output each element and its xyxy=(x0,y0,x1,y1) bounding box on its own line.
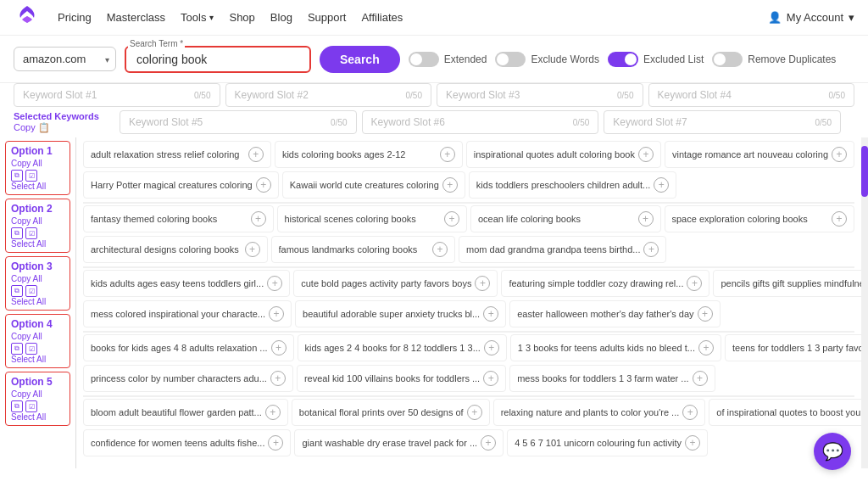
option-1-select-all[interactable]: Select All xyxy=(11,182,46,191)
result-item[interactable]: inspirational quotes adult coloring book… xyxy=(466,141,661,168)
result-item[interactable]: confidence for women teens adults fishe.… xyxy=(83,429,291,456)
add-icon[interactable]: + xyxy=(270,371,286,386)
result-item[interactable]: mess books for toddlers 1 3 farm water .… xyxy=(509,365,715,392)
result-item[interactable]: vintage romance art nouveau coloring+ xyxy=(665,141,854,168)
option-5[interactable]: Option 5 Copy All ⧉ ☑ Select All xyxy=(5,372,70,426)
option-1-copy-all[interactable]: Copy All xyxy=(11,159,42,168)
add-icon[interactable]: + xyxy=(271,340,287,355)
option-5-copy-icon[interactable]: ⧉ xyxy=(11,400,23,412)
option-2-select-icon[interactable]: ☑ xyxy=(25,227,37,239)
copy-button[interactable]: Copy 📋 xyxy=(14,122,50,133)
add-icon[interactable]: + xyxy=(481,435,496,451)
option-4-select-all[interactable]: Select All xyxy=(11,355,46,364)
option-1[interactable]: Option 1 Copy All ⧉ ☑ Select All xyxy=(5,141,70,195)
result-item[interactable]: ocean life coloring books+ xyxy=(470,205,661,232)
add-icon[interactable]: + xyxy=(432,242,448,257)
nav-affiliates[interactable]: Affiliates xyxy=(361,11,403,24)
nav-shop[interactable]: Shop xyxy=(229,11,254,24)
add-icon[interactable]: + xyxy=(268,435,283,451)
result-item[interactable]: easter halloween mother's day father's d… xyxy=(509,300,720,327)
keyword-slot-5[interactable]: Keyword Slot #5 0/50 xyxy=(120,110,357,134)
add-icon[interactable]: + xyxy=(475,276,490,291)
result-item[interactable]: books for kids ages 4 8 adults relaxatio… xyxy=(83,334,294,361)
keyword-slot-4[interactable]: Keyword Slot #4 0/50 xyxy=(648,83,855,107)
add-icon[interactable]: + xyxy=(251,211,266,227)
result-item[interactable]: Kawaii world cute creatures coloring+ xyxy=(282,171,465,199)
remove-duplicates-toggle[interactable] xyxy=(712,52,743,67)
add-icon[interactable]: + xyxy=(643,242,659,257)
result-item[interactable]: giant washable dry erase travel pack for… xyxy=(294,429,504,456)
add-icon[interactable]: + xyxy=(638,147,654,162)
option-3-copy-icon[interactable]: ⧉ xyxy=(11,285,23,297)
result-item[interactable]: space exploration coloring books+ xyxy=(665,205,855,232)
keyword-slot-6[interactable]: Keyword Slot #6 0/50 xyxy=(362,110,599,134)
option-4-select-icon[interactable]: ☑ xyxy=(25,343,37,355)
add-icon[interactable]: + xyxy=(267,276,282,291)
result-item[interactable]: princess color by number characters adu.… xyxy=(83,365,293,392)
add-icon[interactable]: + xyxy=(442,177,458,193)
keyword-slot-7[interactable]: Keyword Slot #7 0/50 xyxy=(604,110,841,134)
add-icon[interactable]: + xyxy=(248,147,264,162)
nav-pricing[interactable]: Pricing xyxy=(58,11,92,24)
option-4[interactable]: Option 4 Copy All ⧉ ☑ Select All xyxy=(5,314,70,368)
result-item[interactable]: botanical floral prints over 50 designs … xyxy=(292,399,490,426)
result-item[interactable]: 4 5 6 7 101 unicorn colouring fun activi… xyxy=(507,429,708,456)
account-menu[interactable]: 👤 My Account ▾ xyxy=(768,11,854,24)
add-icon[interactable]: + xyxy=(832,147,847,162)
result-item[interactable]: featuring simple toddler cozy drawing re… xyxy=(501,270,709,297)
option-1-copy-icon[interactable]: ⧉ xyxy=(11,170,23,182)
add-icon[interactable]: + xyxy=(483,306,498,322)
option-5-select-all[interactable]: Select All xyxy=(11,412,46,422)
search-button[interactable]: Search xyxy=(320,46,400,73)
add-icon[interactable]: + xyxy=(269,306,284,322)
option-3-select-all[interactable]: Select All xyxy=(11,297,46,306)
keyword-slot-2[interactable]: Keyword Slot #2 0/50 xyxy=(225,83,432,107)
result-item[interactable]: mom dad grandma grandpa teens birthd...+ xyxy=(459,236,666,263)
chat-button[interactable]: 💬 xyxy=(814,433,851,470)
keyword-slot-3[interactable]: Keyword Slot #3 0/50 xyxy=(437,83,643,107)
nav-tools[interactable]: Tools ▾ xyxy=(181,11,214,24)
add-icon[interactable]: + xyxy=(654,177,669,193)
add-icon[interactable]: + xyxy=(444,211,459,227)
add-icon[interactable]: + xyxy=(638,211,654,227)
result-item[interactable]: Harry Potter magical creatures coloring+ xyxy=(83,171,279,199)
domain-select[interactable]: amazon.com amazon.co.uk amazon.ca xyxy=(14,47,116,71)
result-item[interactable]: kids toddlers preschoolers children adul… xyxy=(469,171,676,199)
result-item[interactable]: kids coloring books ages 2-12+ xyxy=(275,141,463,168)
result-item[interactable]: teens for toddlers 1 3 party favors todd… xyxy=(725,334,861,361)
option-3[interactable]: Option 3 Copy All ⧉ ☑ Select All xyxy=(5,256,70,311)
nav-blog[interactable]: Blog xyxy=(270,11,292,24)
add-icon[interactable]: + xyxy=(483,371,498,386)
result-item[interactable]: fantasy themed coloring books+ xyxy=(83,205,274,232)
result-item[interactable]: famous landmarks coloring books+ xyxy=(271,236,456,263)
option-2-copy-all[interactable]: Copy All xyxy=(11,216,42,226)
add-icon[interactable]: + xyxy=(245,242,260,257)
add-icon[interactable]: + xyxy=(685,435,700,451)
result-item[interactable]: kids adults ages easy teens toddlers gir… xyxy=(83,270,290,297)
result-item[interactable]: adult relaxation stress relief coloring+ xyxy=(83,141,271,168)
result-item[interactable]: architectural designs coloring books+ xyxy=(83,236,268,263)
result-item[interactable]: of inspirational quotes to boost your mo… xyxy=(709,399,861,426)
add-icon[interactable]: + xyxy=(693,371,708,386)
result-item[interactable]: kids ages 2 4 books for 8 12 toddlers 1 … xyxy=(298,334,507,361)
extended-toggle[interactable] xyxy=(409,52,439,67)
option-2-copy-icon[interactable]: ⧉ xyxy=(11,227,23,239)
result-item[interactable]: pencils gifts gift supplies mindfulness … xyxy=(713,270,861,297)
option-2[interactable]: Option 2 Copy All ⧉ ☑ Select All xyxy=(5,199,70,253)
result-item[interactable]: relaxing nature and plants to color you'… xyxy=(493,399,706,426)
result-item[interactable]: mess colored inspirational your characte… xyxy=(83,300,292,327)
result-item[interactable]: cute bold pages activity party favors bo… xyxy=(293,270,498,297)
excluded-list-toggle[interactable] xyxy=(608,52,638,67)
add-icon[interactable]: + xyxy=(484,340,499,355)
option-2-select-all[interactable]: Select All xyxy=(11,239,46,249)
option-4-copy-all[interactable]: Copy All xyxy=(11,332,42,341)
option-5-select-icon[interactable]: ☑ xyxy=(25,400,37,412)
nav-masterclass[interactable]: Masterclass xyxy=(107,11,165,24)
option-3-copy-all[interactable]: Copy All xyxy=(11,274,42,283)
add-icon[interactable]: + xyxy=(698,306,713,322)
result-item[interactable]: 1 3 books for teens adults kids no bleed… xyxy=(510,334,721,361)
option-5-copy-all[interactable]: Copy All xyxy=(11,389,42,399)
keyword-slot-1[interactable]: Keyword Slot #1 0/50 xyxy=(14,83,220,107)
option-3-select-icon[interactable]: ☑ xyxy=(25,285,37,297)
add-icon[interactable]: + xyxy=(682,405,698,420)
